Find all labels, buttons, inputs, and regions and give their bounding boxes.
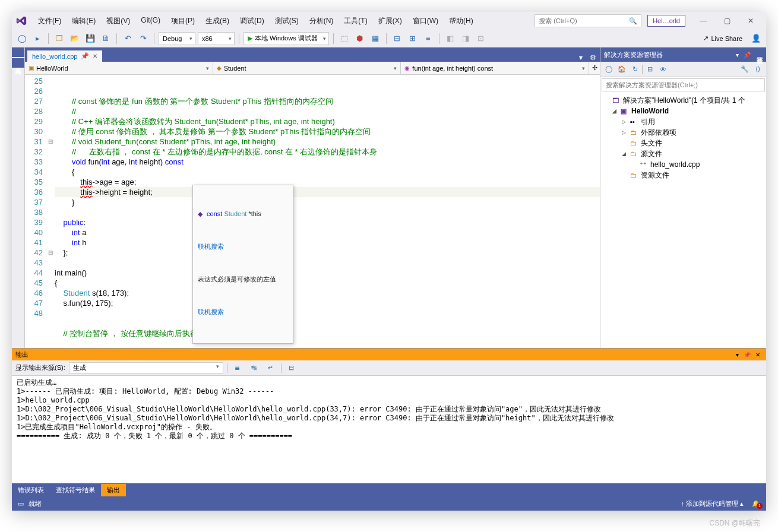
nav-project[interactable]: ▣HelloWorld: [25, 62, 213, 74]
menu-生成(B)[interactable]: 生成(B): [201, 14, 234, 28]
menu-项目(P)[interactable]: 项目(P): [166, 14, 200, 28]
output-clear-icon[interactable]: ≣: [231, 362, 244, 375]
project-node[interactable]: ◢▣HelloWorld: [602, 106, 765, 116]
left-tool-tabs: 服务器资源管理器 工具箱: [12, 48, 25, 348]
tab-close-icon[interactable]: ✕: [93, 53, 97, 59]
code-content[interactable]: // const 修饰的是 fun 函数的 第一个参数 Student* pTh…: [55, 75, 600, 348]
solution-badge[interactable]: Hel…orld: [647, 15, 685, 27]
platform-combo[interactable]: x86: [198, 32, 235, 45]
scm-button[interactable]: ↑ 添加到源代码管理 ▴: [681, 499, 744, 508]
panel-dropdown-icon[interactable]: ▾: [733, 52, 741, 58]
toolbox-tab[interactable]: 工具箱: [12, 58, 24, 68]
output-source-combo[interactable]: 生成: [69, 362, 223, 373]
menu-文件(F)[interactable]: 文件(F): [33, 14, 66, 28]
tab-output[interactable]: 输出: [101, 484, 126, 496]
source-file-node[interactable]: ⁺⁺hello_world.cpp: [602, 159, 765, 170]
nav-split-button[interactable]: ✢: [589, 62, 600, 74]
save-all-button[interactable]: 🗎: [99, 32, 112, 45]
solution-tree[interactable]: 🗔解决方案"HelloWorld"(1 个项目/共 1 个 ◢▣HelloWor…: [600, 93, 766, 348]
online-search-link-1[interactable]: 联机搜索: [198, 242, 288, 252]
output-wrap-icon[interactable]: ↵: [264, 362, 277, 375]
se-search[interactable]: [602, 78, 765, 91]
title-search-input[interactable]: [539, 17, 629, 24]
nav-member[interactable]: ◉fun(int age, int height) const: [401, 62, 589, 74]
nav-class[interactable]: ◆Student: [213, 62, 401, 74]
tool-icon-1[interactable]: ⬚: [338, 32, 351, 45]
close-button[interactable]: ✕: [739, 12, 763, 30]
refs-node[interactable]: ▷▪▪引用: [602, 116, 765, 127]
sources-node[interactable]: ◢🗀源文件: [602, 148, 765, 159]
notifications-button[interactable]: 🔔1: [752, 500, 760, 508]
tool-icon-5[interactable]: ⊞: [406, 32, 419, 45]
menu-视图(V)[interactable]: 视图(V): [102, 14, 135, 28]
headers-node[interactable]: 🗀头文件: [602, 138, 765, 148]
tool-icon-9[interactable]: ⊡: [475, 32, 488, 45]
menu-编辑(E)[interactable]: 编辑(E): [67, 14, 100, 28]
output-goto-icon[interactable]: ⊟: [285, 362, 298, 375]
watermark: CSDN @韩曙亮: [709, 518, 760, 528]
maximize-button[interactable]: ▢: [715, 12, 739, 30]
se-back-icon[interactable]: ◯: [603, 64, 615, 75]
tool-icon-8[interactable]: ◨: [459, 32, 472, 45]
se-tool-icon[interactable]: ⊟: [644, 64, 656, 75]
menu-调试(D)[interactable]: 调试(D): [235, 14, 269, 28]
editor-tab[interactable]: hello_world.cpp 📌 ✕: [27, 50, 102, 62]
tool-icon-4[interactable]: ⊟: [391, 32, 404, 45]
output-dropdown-icon[interactable]: ▾: [733, 352, 741, 358]
open-button[interactable]: 📂: [68, 32, 81, 45]
account-button[interactable]: 👤: [749, 32, 763, 45]
tab-errors[interactable]: 错误列表: [12, 484, 50, 496]
title-search[interactable]: 🔍: [535, 14, 641, 27]
code-editor[interactable]: 2526272829303132333435363738394041424344…: [25, 75, 600, 348]
new-button[interactable]: ❐: [53, 32, 66, 45]
ext-deps-node[interactable]: ▷🗀外部依赖项: [602, 127, 765, 138]
field-icon: ◆: [198, 210, 203, 217]
panel-pin-icon[interactable]: 📌: [741, 52, 753, 58]
tabstrip-dropdown-icon[interactable]: ▾: [575, 53, 586, 62]
run-button[interactable]: ▶本地 Windows 调试器: [243, 32, 329, 45]
forward-button[interactable]: ▸: [31, 32, 44, 45]
redo-button[interactable]: ↷: [137, 32, 150, 45]
menu-扩展(X)[interactable]: 扩展(X): [374, 14, 407, 28]
diagnostics-tab[interactable]: 诊断工具: [753, 48, 766, 57]
statusbar: ▭ 就绪 ↑ 添加到源代码管理 ▴ 🔔1: [12, 496, 766, 511]
se-search-input[interactable]: [606, 81, 761, 88]
se-sync-icon[interactable]: ↻: [629, 64, 641, 75]
menu-帮助(H)[interactable]: 帮助(H): [444, 14, 478, 28]
tabstrip-gear-icon[interactable]: ⚙: [586, 53, 600, 62]
resources-node[interactable]: 🗀资源文件: [602, 170, 765, 180]
undo-button[interactable]: ↶: [121, 32, 134, 45]
menu-窗口(W)[interactable]: 窗口(W): [408, 14, 443, 28]
output-pin-icon[interactable]: 📌: [741, 352, 753, 358]
notif-count: 1: [757, 503, 763, 509]
tool-icon-6[interactable]: ≡: [422, 32, 435, 45]
tool-icon-2[interactable]: ⬢: [353, 32, 366, 45]
tool-icon-7[interactable]: ◧: [444, 32, 457, 45]
menu-Git(G)[interactable]: Git(G): [136, 14, 165, 28]
server-explorer-tab[interactable]: 服务器资源管理器: [12, 48, 24, 57]
output-close-icon[interactable]: ✕: [753, 352, 763, 358]
se-home-icon[interactable]: 🏠: [616, 64, 628, 75]
back-button[interactable]: ◯: [15, 32, 29, 45]
menu-工具(T)[interactable]: 工具(T): [339, 14, 372, 28]
se-show-icon[interactable]: 👁: [657, 64, 669, 75]
pin-icon[interactable]: 📌: [81, 52, 89, 60]
tool-icon-3[interactable]: ▦: [369, 32, 382, 45]
minimize-button[interactable]: —: [691, 12, 715, 30]
search-icon: 🔍: [629, 17, 637, 25]
menu-测试(S)[interactable]: 测试(S): [270, 14, 303, 28]
solution-explorer: 解决方案资源管理器 ▾ 📌 ✕ ◯ 🏠 ↻ ⊟ 👁 🔧 ⟨⟩: [600, 48, 766, 348]
save-button[interactable]: 💾: [84, 32, 97, 45]
online-search-link-2[interactable]: 联机搜索: [198, 307, 288, 317]
solution-node[interactable]: 🗔解决方案"HelloWorld"(1 个项目/共 1 个: [602, 95, 765, 106]
se-view-icon[interactable]: ⟨⟩: [752, 64, 764, 75]
tab-find-symbols[interactable]: 查找符号结果: [50, 484, 101, 496]
liveshare-button[interactable]: ↗Live Share: [698, 34, 747, 42]
bottom-tabs: 错误列表 查找符号结果 输出: [12, 483, 766, 496]
se-wrench-icon[interactable]: 🔧: [739, 64, 751, 75]
fold-column[interactable]: ⊟⊟: [46, 75, 55, 348]
output-toggle-icon[interactable]: ↹: [248, 362, 261, 375]
menu-分析(N)[interactable]: 分析(N): [305, 14, 339, 28]
config-combo[interactable]: Debug: [159, 32, 195, 45]
output-body[interactable]: 已启动生成… 1>------ 已启动生成: 项目: HelloWorld, 配…: [12, 376, 766, 483]
